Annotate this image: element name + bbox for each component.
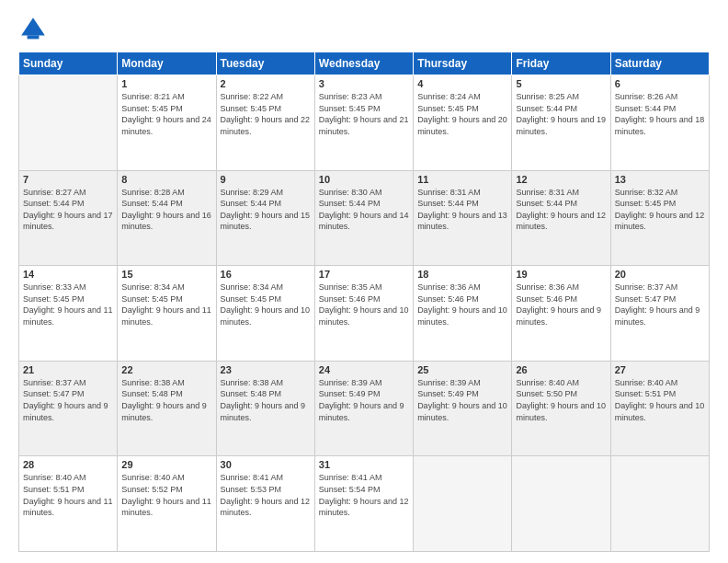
weekday-saturday: Saturday	[610, 52, 709, 75]
day-info: Sunrise: 8:37 AMSunset: 5:47 PMDaylight:…	[615, 282, 705, 327]
day-number: 4	[417, 78, 507, 89]
calendar-cell: 20Sunrise: 8:37 AMSunset: 5:47 PMDayligh…	[610, 266, 709, 362]
day-number: 29	[121, 459, 211, 470]
calendar-cell	[414, 456, 512, 552]
day-number: 16	[221, 269, 311, 280]
calendar-cell	[610, 456, 709, 552]
calendar-cell: 5Sunrise: 8:25 AMSunset: 5:44 PMDaylight…	[512, 75, 610, 171]
day-number: 6	[615, 78, 705, 89]
weekday-wednesday: Wednesday	[314, 52, 413, 75]
calendar-cell: 16Sunrise: 8:34 AMSunset: 5:45 PMDayligh…	[216, 266, 314, 362]
day-number: 27	[615, 364, 705, 375]
calendar-week-row: 1Sunrise: 8:21 AMSunset: 5:45 PMDaylight…	[19, 75, 710, 171]
day-number: 9	[221, 174, 311, 185]
calendar-cell: 13Sunrise: 8:32 AMSunset: 5:45 PMDayligh…	[610, 170, 709, 266]
header	[18, 15, 710, 44]
day-info: Sunrise: 8:27 AMSunset: 5:44 PMDaylight:…	[23, 187, 113, 233]
calendar-cell: 28Sunrise: 8:40 AMSunset: 5:51 PMDayligh…	[19, 456, 118, 552]
page: SundayMondayTuesdayWednesdayThursdayFrid…	[0, 0, 728, 563]
day-info: Sunrise: 8:35 AMSunset: 5:46 PMDaylight:…	[319, 282, 409, 327]
calendar-cell: 29Sunrise: 8:40 AMSunset: 5:52 PMDayligh…	[118, 456, 216, 552]
day-info: Sunrise: 8:38 AMSunset: 5:48 PMDaylight:…	[221, 377, 311, 423]
day-info: Sunrise: 8:30 AMSunset: 5:44 PMDaylight:…	[319, 187, 409, 233]
day-number: 28	[23, 459, 113, 470]
day-info: Sunrise: 8:40 AMSunset: 5:52 PMDaylight:…	[121, 472, 211, 518]
weekday-friday: Friday	[512, 52, 610, 75]
day-info: Sunrise: 8:37 AMSunset: 5:47 PMDaylight:…	[23, 377, 113, 423]
day-info: Sunrise: 8:25 AMSunset: 5:44 PMDaylight:…	[516, 91, 606, 137]
calendar-cell: 11Sunrise: 8:31 AMSunset: 5:44 PMDayligh…	[414, 170, 512, 266]
day-info: Sunrise: 8:21 AMSunset: 5:45 PMDaylight:…	[121, 91, 211, 137]
calendar-cell: 10Sunrise: 8:30 AMSunset: 5:44 PMDayligh…	[314, 170, 413, 266]
calendar-cell: 14Sunrise: 8:33 AMSunset: 5:45 PMDayligh…	[19, 266, 118, 362]
calendar-week-row: 28Sunrise: 8:40 AMSunset: 5:51 PMDayligh…	[19, 456, 710, 552]
calendar-cell: 12Sunrise: 8:31 AMSunset: 5:44 PMDayligh…	[512, 170, 610, 266]
day-info: Sunrise: 8:36 AMSunset: 5:46 PMDaylight:…	[417, 282, 507, 327]
day-info: Sunrise: 8:31 AMSunset: 5:44 PMDaylight:…	[516, 187, 606, 233]
day-info: Sunrise: 8:34 AMSunset: 5:45 PMDaylight:…	[221, 282, 311, 327]
day-number: 20	[615, 269, 705, 280]
day-number: 8	[121, 174, 211, 185]
calendar-cell: 25Sunrise: 8:39 AMSunset: 5:49 PMDayligh…	[414, 361, 512, 456]
calendar-cell: 22Sunrise: 8:38 AMSunset: 5:48 PMDayligh…	[118, 361, 216, 456]
day-number: 5	[516, 78, 606, 89]
weekday-monday: Monday	[118, 52, 216, 75]
weekday-tuesday: Tuesday	[216, 52, 314, 75]
day-info: Sunrise: 8:32 AMSunset: 5:45 PMDaylight:…	[615, 187, 705, 233]
day-number: 26	[516, 364, 606, 375]
calendar-cell: 24Sunrise: 8:39 AMSunset: 5:49 PMDayligh…	[314, 361, 413, 456]
day-number: 18	[417, 269, 507, 280]
calendar-cell: 2Sunrise: 8:22 AMSunset: 5:45 PMDaylight…	[216, 75, 314, 171]
day-number: 21	[23, 364, 113, 375]
day-number: 13	[615, 174, 705, 185]
day-info: Sunrise: 8:22 AMSunset: 5:45 PMDaylight:…	[221, 91, 311, 137]
calendar-cell: 31Sunrise: 8:41 AMSunset: 5:54 PMDayligh…	[314, 456, 413, 552]
calendar-cell: 1Sunrise: 8:21 AMSunset: 5:45 PMDaylight…	[118, 75, 216, 171]
calendar-cell: 6Sunrise: 8:26 AMSunset: 5:44 PMDaylight…	[610, 75, 709, 171]
calendar-cell: 21Sunrise: 8:37 AMSunset: 5:47 PMDayligh…	[19, 361, 118, 456]
weekday-thursday: Thursday	[414, 52, 512, 75]
logo-icon	[18, 15, 48, 44]
day-number: 30	[221, 459, 311, 470]
calendar-cell: 27Sunrise: 8:40 AMSunset: 5:51 PMDayligh…	[610, 361, 709, 456]
calendar-cell: 17Sunrise: 8:35 AMSunset: 5:46 PMDayligh…	[314, 266, 413, 362]
day-info: Sunrise: 8:34 AMSunset: 5:45 PMDaylight:…	[121, 282, 211, 327]
day-info: Sunrise: 8:40 AMSunset: 5:51 PMDaylight:…	[615, 377, 705, 423]
day-info: Sunrise: 8:38 AMSunset: 5:48 PMDaylight:…	[121, 377, 211, 423]
day-number: 19	[516, 269, 606, 280]
calendar-cell: 4Sunrise: 8:24 AMSunset: 5:45 PMDaylight…	[414, 75, 512, 171]
day-info: Sunrise: 8:36 AMSunset: 5:46 PMDaylight:…	[516, 282, 606, 327]
calendar-cell: 7Sunrise: 8:27 AMSunset: 5:44 PMDaylight…	[19, 170, 118, 266]
calendar-cell: 8Sunrise: 8:28 AMSunset: 5:44 PMDaylight…	[118, 170, 216, 266]
day-number: 31	[319, 459, 409, 470]
calendar-week-row: 21Sunrise: 8:37 AMSunset: 5:47 PMDayligh…	[19, 361, 710, 456]
day-number: 25	[417, 364, 507, 375]
calendar-table: SundayMondayTuesdayWednesdayThursdayFrid…	[18, 52, 710, 552]
calendar-cell: 15Sunrise: 8:34 AMSunset: 5:45 PMDayligh…	[118, 266, 216, 362]
calendar-week-row: 7Sunrise: 8:27 AMSunset: 5:44 PMDaylight…	[19, 170, 710, 266]
day-info: Sunrise: 8:40 AMSunset: 5:51 PMDaylight:…	[23, 472, 113, 518]
day-info: Sunrise: 8:31 AMSunset: 5:44 PMDaylight:…	[417, 187, 507, 233]
svg-rect-1	[28, 35, 40, 39]
weekday-header-row: SundayMondayTuesdayWednesdayThursdayFrid…	[19, 52, 710, 75]
calendar-cell	[19, 75, 118, 171]
weekday-sunday: Sunday	[19, 52, 118, 75]
calendar-cell	[512, 456, 610, 552]
day-number: 12	[516, 174, 606, 185]
calendar-cell: 30Sunrise: 8:41 AMSunset: 5:53 PMDayligh…	[216, 456, 314, 552]
day-info: Sunrise: 8:40 AMSunset: 5:50 PMDaylight:…	[516, 377, 606, 423]
day-number: 3	[319, 78, 409, 89]
calendar-cell: 23Sunrise: 8:38 AMSunset: 5:48 PMDayligh…	[216, 361, 314, 456]
day-number: 24	[319, 364, 409, 375]
day-info: Sunrise: 8:39 AMSunset: 5:49 PMDaylight:…	[319, 377, 409, 423]
calendar-cell: 26Sunrise: 8:40 AMSunset: 5:50 PMDayligh…	[512, 361, 610, 456]
day-info: Sunrise: 8:28 AMSunset: 5:44 PMDaylight:…	[121, 187, 211, 233]
day-info: Sunrise: 8:33 AMSunset: 5:45 PMDaylight:…	[23, 282, 113, 327]
day-number: 14	[23, 269, 113, 280]
day-number: 22	[121, 364, 211, 375]
day-number: 15	[121, 269, 211, 280]
day-number: 10	[319, 174, 409, 185]
calendar-cell: 9Sunrise: 8:29 AMSunset: 5:44 PMDaylight…	[216, 170, 314, 266]
svg-marker-0	[21, 17, 45, 35]
calendar-cell: 19Sunrise: 8:36 AMSunset: 5:46 PMDayligh…	[512, 266, 610, 362]
